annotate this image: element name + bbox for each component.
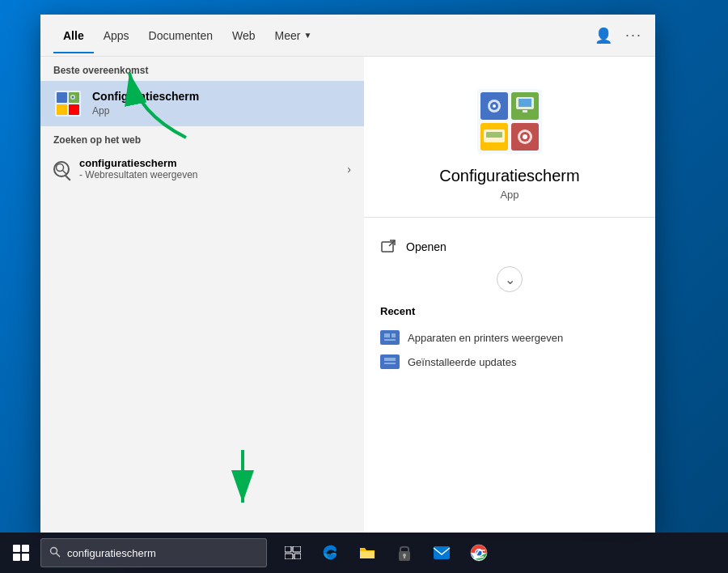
explorer-icon [358,545,376,561]
expand-button[interactable]: ⌄ [497,266,523,292]
recent-section: Recent Apparaten en printers weergeven [364,305,655,374]
svg-rect-18 [518,99,531,107]
taskbar-search-bar[interactable]: configuratiescherm [40,538,267,567]
tab-meer[interactable]: Meer ▼ [265,18,322,53]
svg-rect-39 [293,546,301,552]
recent-item-label-1: Geïnstalleerde updates [408,356,516,368]
svg-point-6 [72,96,74,99]
open-button[interactable]: Openen [364,231,655,263]
tab-web[interactable]: Web [222,18,265,53]
svg-rect-21 [486,132,502,138]
web-arrow-icon: › [347,163,351,176]
web-search-text: configuratiescherm - Webresultaten weerg… [79,157,337,180]
taskbar-edge[interactable] [312,535,348,571]
tab-right-icons: 👤 ··· [595,27,642,45]
chevron-down-icon: ▼ [303,31,311,40]
svg-rect-38 [285,546,291,552]
more-icon[interactable]: ··· [625,27,642,44]
svg-rect-44 [404,555,405,558]
svg-rect-45 [434,546,450,559]
taskbar-chrome[interactable] [461,535,497,571]
chrome-icon [470,544,488,562]
search-content: Beste overeenkomst [40,57,655,533]
recent-item-label-0: Apparaten en printers weergeven [408,332,563,344]
search-bar-text: configuratiescherm [67,547,258,559]
person-icon[interactable]: 👤 [595,27,612,45]
desktop: Alle Apps Documenten Web Meer ▼ 👤 ··· Be… [0,0,728,573]
svg-rect-33 [384,363,396,364]
search-icon [53,161,70,177]
svg-rect-1 [57,92,67,103]
taskbar-taskview[interactable] [275,535,311,571]
recent-header: Recent [380,305,639,317]
mail-icon [433,545,451,560]
svg-point-16 [493,104,496,108]
lock-icon [397,544,412,562]
svg-rect-29 [392,333,396,337]
search-popup: Alle Apps Documenten Web Meer ▼ 👤 ··· Be… [40,15,655,533]
svg-point-7 [57,163,64,171]
recent-item-icon-0 [380,330,400,345]
right-panel: Configuratiescherm App Openen ⌄ [364,57,655,533]
svg-rect-28 [384,333,390,337]
svg-point-24 [523,134,527,139]
svg-point-36 [51,547,57,554]
recent-item-1[interactable]: Geïnstalleerde updates [380,350,639,374]
beste-overeenkomst-header: Beste overeenkomst [40,57,364,81]
svg-rect-3 [57,104,67,115]
taskbar-mail[interactable] [424,535,459,571]
open-icon [380,239,396,255]
start-button[interactable] [3,535,39,571]
recent-item-icon-1 [380,354,400,369]
web-search-item[interactable]: configuratiescherm - Webresultaten weerg… [40,151,364,187]
app-type-label: App [500,189,518,201]
control-panel-large-icon [477,89,542,154]
svg-rect-32 [384,358,396,361]
tab-documenten[interactable]: Documenten [139,18,222,53]
tab-apps[interactable]: Apps [94,18,139,53]
open-label: Openen [406,240,447,253]
search-bar-icon [49,546,61,560]
web-section-header: Zoeken op het web [40,126,364,151]
recent-item-0[interactable]: Apparaten en printers weergeven [380,325,639,350]
divider [364,217,655,218]
left-panel: Beste overeenkomst [40,57,364,533]
svg-rect-30 [384,339,396,341]
taskview-icon [285,546,301,559]
svg-line-26 [389,240,395,246]
best-match-text: Configuratiescherm App [92,90,199,117]
edge-icon [321,544,339,562]
tab-alle[interactable]: Alle [53,18,94,53]
svg-rect-4 [69,104,79,115]
svg-rect-19 [523,110,527,112]
svg-line-37 [57,553,61,557]
svg-rect-40 [285,554,293,559]
best-match-item[interactable]: Configuratiescherm App [40,81,364,126]
taskbar-apps [275,535,497,571]
chevron-down-icon: ⌄ [505,272,515,287]
control-panel-small-icon [53,89,83,118]
windows-icon [13,545,29,561]
taskbar-explorer[interactable] [349,535,385,571]
svg-line-8 [63,170,67,174]
svg-rect-41 [294,554,301,559]
app-title: Configuratiescherm [439,167,579,185]
taskbar-security[interactable] [387,535,422,571]
taskbar: configuratiescherm [0,533,728,573]
search-tabs: Alle Apps Documenten Web Meer ▼ 👤 ··· [40,15,655,57]
